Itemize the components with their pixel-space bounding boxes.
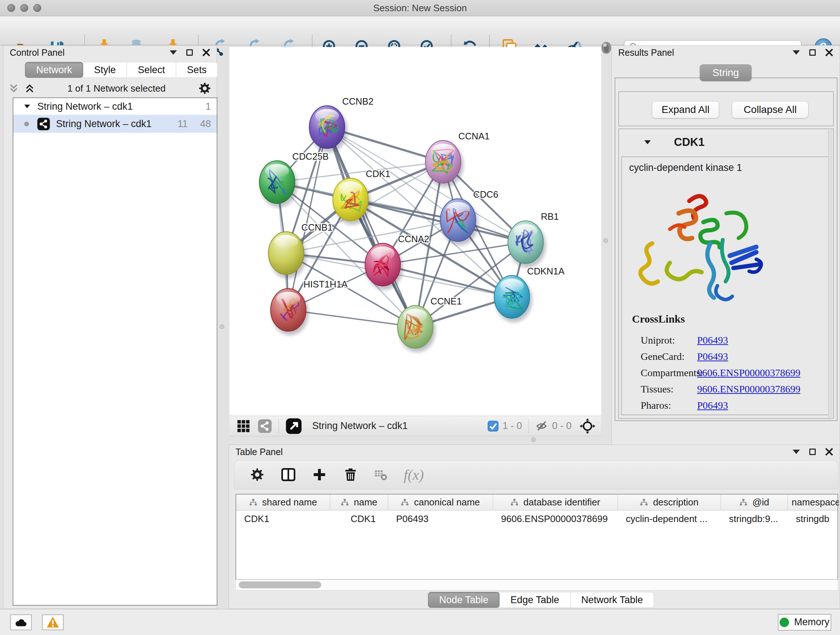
- table-cell[interactable]: CDK1: [236, 513, 330, 524]
- warning-status-button[interactable]: [42, 614, 64, 630]
- table-cell[interactable]: stringdb: [788, 513, 839, 524]
- column-header-label: description: [653, 497, 699, 508]
- right-splitter-handle[interactable]: [603, 238, 608, 243]
- hidden-eye-icon[interactable]: [535, 420, 548, 432]
- column-header-name[interactable]: name: [330, 494, 388, 510]
- network-canvas[interactable]: CCNB2CCNA1CDC25BCDK1CDC6RB1CCNB1CCNA2CDK…: [229, 47, 601, 416]
- selected-checkbox-icon[interactable]: [487, 420, 499, 432]
- gear-icon[interactable]: [198, 81, 212, 95]
- separator: [529, 419, 529, 433]
- tab-network[interactable]: Network: [25, 62, 83, 78]
- table-settings-gear-icon[interactable]: [249, 467, 265, 482]
- add-column-icon[interactable]: [312, 467, 327, 482]
- tab-style[interactable]: Style: [83, 62, 127, 78]
- network-node-CDKN1A[interactable]: CDKN1A: [494, 266, 564, 322]
- panel-menu-icon[interactable]: [793, 50, 800, 55]
- table-cell[interactable]: CDK1: [330, 513, 388, 524]
- column-header-label: namespace: [791, 497, 839, 508]
- collapse-triangle-icon[interactable]: [644, 138, 652, 146]
- crosslink-uniprot[interactable]: P06493: [697, 334, 728, 349]
- column-header-database-identifier[interactable]: database identifier: [493, 494, 618, 510]
- cloud-status-button[interactable]: [10, 614, 32, 630]
- network-row-selected[interactable]: String Network – cdk1 11 48: [13, 115, 217, 133]
- panel-close-icon[interactable]: [202, 49, 210, 57]
- grid-view-icon[interactable]: [237, 419, 250, 433]
- tab-edge-table[interactable]: Edge Table: [500, 592, 570, 608]
- crosslink-tissues[interactable]: 9606.ENSP00000378699: [697, 383, 800, 398]
- results-scrollbar[interactable]: [828, 130, 832, 417]
- delete-column-icon[interactable]: [343, 467, 358, 482]
- expand-all-button[interactable]: Expand All: [652, 101, 719, 119]
- memory-status-dot: [780, 618, 789, 627]
- node-label: CCNA2: [398, 234, 429, 244]
- tab-select[interactable]: Select: [127, 62, 176, 78]
- collapse-all-button[interactable]: Collapse All: [732, 101, 808, 119]
- network-edge[interactable]: [327, 127, 415, 327]
- pan-crosshair-icon[interactable]: [579, 418, 595, 434]
- node-label: CCNE1: [431, 296, 462, 306]
- column-header-label: @id: [752, 497, 769, 508]
- tab-node-table[interactable]: Node Table: [428, 592, 500, 608]
- gene-result-box: CDK1 cyclin-dependent kinase 1: [618, 128, 834, 419]
- network-view-title: String Network – cdk1: [312, 420, 408, 432]
- table-cell[interactable]: 9606.ENSP00000378699: [493, 513, 618, 524]
- birdseye-toggle-icon[interactable]: [286, 418, 302, 434]
- collapse-all-label: Collapse All: [744, 104, 797, 116]
- show-columns-icon[interactable]: [281, 467, 296, 482]
- collapse-triangle-icon[interactable]: [24, 103, 31, 110]
- column-type-icon: [401, 499, 409, 507]
- crosslink-genecard[interactable]: P06493: [697, 351, 728, 365]
- crosslink-compartments[interactable]: 9606.ENSP00000378699: [697, 367, 800, 382]
- column-header-id[interactable]: @id: [721, 494, 788, 510]
- collapse-all-icon[interactable]: [8, 83, 19, 94]
- panel-close-icon[interactable]: [825, 49, 833, 57]
- network-tree: String Network – cdk1 1 String Network –…: [13, 97, 218, 606]
- network-node-HIST1H1A[interactable]: HIST1H1A: [271, 279, 347, 335]
- panel-close-icon[interactable]: [825, 448, 833, 456]
- table-cell[interactable]: stringdb:9...: [721, 513, 788, 524]
- tab-string[interactable]: String: [699, 65, 752, 81]
- column-header-description[interactable]: description: [618, 494, 721, 510]
- network-node-CCNB1[interactable]: CCNB1: [268, 222, 332, 279]
- table-row[interactable]: CDK1CDK1P064939606.ENSP00000378699cyclin…: [236, 510, 837, 527]
- title-bar: Session: New Session: [0, 0, 840, 16]
- crosslink-row: Pharos:P06493: [641, 400, 829, 414]
- expand-all-icon[interactable]: [24, 83, 35, 94]
- scrollbar-thumb[interactable]: [239, 581, 321, 588]
- left-splitter-handle[interactable]: [219, 325, 224, 329]
- results-panel-header: Results Panel: [612, 46, 840, 59]
- panel-menu-icon[interactable]: [170, 50, 177, 55]
- tab-sets[interactable]: Sets: [176, 62, 218, 78]
- crosslink-row: Compartments:9606.ENSP00000378699: [641, 367, 829, 382]
- network-view-icon[interactable]: [257, 419, 272, 433]
- table-cell[interactable]: cyclin-dependent ...: [618, 513, 721, 524]
- network-collection-row[interactable]: String Network – cdk1 1: [13, 98, 217, 115]
- function-builder-icon: f(x): [404, 466, 424, 483]
- table-cell[interactable]: P06493: [388, 513, 493, 524]
- tab-network-table[interactable]: Network Table: [570, 592, 654, 608]
- gene-header[interactable]: CDK1: [619, 129, 833, 155]
- panel-menu-icon[interactable]: [793, 450, 800, 454]
- warning-icon: [46, 616, 60, 629]
- network-node-CCNA1[interactable]: CCNA1: [425, 131, 489, 187]
- panel-float-icon[interactable]: [809, 49, 816, 56]
- column-header-shared-name[interactable]: shared name: [236, 494, 330, 510]
- network-node-RB1[interactable]: RB1: [508, 211, 559, 268]
- network-node-CCNB2[interactable]: CCNB2: [309, 96, 373, 152]
- table-horizontal-scrollbar[interactable]: [235, 580, 838, 591]
- delete-table-icon: [374, 468, 388, 481]
- string-network-icon: [37, 117, 50, 131]
- column-header-namespace[interactable]: namespace: [788, 494, 839, 510]
- network-node-CCNE1[interactable]: CCNE1: [398, 296, 462, 352]
- memory-button[interactable]: Memory: [778, 614, 831, 631]
- crosslink-pharos[interactable]: P06493: [697, 400, 728, 414]
- network-node-CDC25B[interactable]: CDC25B: [259, 151, 329, 207]
- crosslink-label: Uniprot:: [641, 334, 697, 349]
- panel-float-icon[interactable]: [186, 49, 193, 56]
- column-header-label: name: [354, 497, 377, 508]
- bottom-splitter-handle[interactable]: [531, 437, 536, 442]
- network-node-CDK1[interactable]: CDK1: [333, 169, 390, 225]
- column-header-canonical-name[interactable]: canonical name: [388, 494, 493, 510]
- hidden-count: 0 - 0: [552, 420, 572, 432]
- panel-float-icon[interactable]: [809, 448, 816, 455]
